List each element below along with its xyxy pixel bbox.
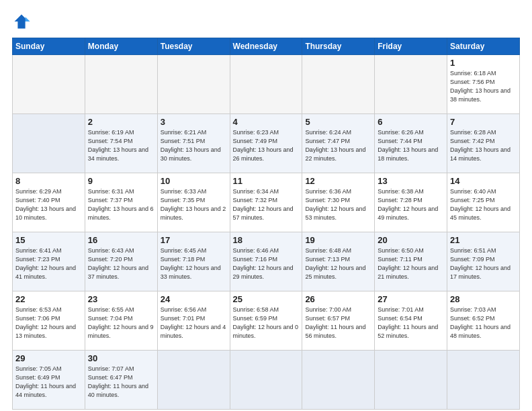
day-number: 7: [450, 117, 517, 127]
col-saturday: Saturday: [447, 38, 520, 55]
calendar-cell: [447, 351, 520, 410]
day-info: Sunrise: 6:53 AMSunset: 7:06 PMDaylight:…: [15, 306, 82, 340]
col-monday: Monday: [85, 38, 157, 55]
calendar-cell: 28Sunrise: 7:03 AMSunset: 6:52 PMDayligh…: [447, 291, 520, 351]
day-number: 2: [88, 117, 154, 127]
calendar-week-2: 2Sunrise: 6:19 AMSunset: 7:54 PMDaylight…: [13, 114, 520, 173]
calendar-cell: [157, 351, 230, 410]
day-number: 3: [161, 117, 227, 127]
calendar-cell: 4Sunrise: 6:23 AMSunset: 7:49 PMDaylight…: [230, 114, 302, 173]
calendar-cell: 1Sunrise: 6:18 AMSunset: 7:56 PMDaylight…: [447, 55, 520, 114]
day-info: Sunrise: 7:05 AMSunset: 6:49 PMDaylight:…: [15, 365, 82, 400]
calendar-cell: 24Sunrise: 6:56 AMSunset: 7:01 PMDayligh…: [157, 291, 230, 351]
calendar-cell: [375, 55, 447, 114]
calendar-table: Sunday Monday Tuesday Wednesday Thursday…: [12, 38, 520, 410]
day-number: 21: [450, 235, 517, 245]
calendar-cell: 16Sunrise: 6:43 AMSunset: 7:20 PMDayligh…: [85, 232, 157, 291]
day-info: Sunrise: 6:28 AMSunset: 7:42 PMDaylight:…: [450, 128, 517, 163]
day-info: Sunrise: 6:23 AMSunset: 7:49 PMDaylight:…: [233, 128, 300, 163]
day-info: Sunrise: 6:33 AMSunset: 7:35 PMDaylight:…: [161, 187, 227, 222]
day-number: 25: [233, 294, 300, 304]
day-number: 6: [378, 117, 444, 127]
day-number: 22: [15, 294, 82, 304]
col-friday: Friday: [375, 38, 447, 55]
day-number: 27: [378, 294, 444, 304]
calendar-cell: [13, 55, 85, 114]
day-info: Sunrise: 6:56 AMSunset: 7:01 PMDaylight:…: [161, 306, 227, 340]
day-number: 13: [378, 176, 444, 186]
day-number: 19: [305, 235, 371, 245]
day-number: 17: [161, 235, 227, 245]
calendar-cell: 9Sunrise: 6:31 AMSunset: 7:37 PMDaylight…: [85, 173, 157, 232]
calendar-cell: 22Sunrise: 6:53 AMSunset: 7:06 PMDayligh…: [13, 291, 85, 351]
day-info: Sunrise: 6:31 AMSunset: 7:37 PMDaylight:…: [88, 187, 154, 222]
calendar-cell: 30Sunrise: 7:07 AMSunset: 6:47 PMDayligh…: [85, 351, 157, 410]
day-number: 16: [88, 235, 154, 245]
calendar-header-row: Sunday Monday Tuesday Wednesday Thursday…: [13, 38, 520, 55]
calendar-cell: [230, 351, 302, 410]
calendar-cell: [302, 55, 375, 114]
calendar-cell: 17Sunrise: 6:45 AMSunset: 7:18 PMDayligh…: [157, 232, 230, 291]
day-number: 30: [88, 353, 154, 363]
day-info: Sunrise: 6:50 AMSunset: 7:11 PMDaylight:…: [378, 246, 444, 281]
day-info: Sunrise: 6:58 AMSunset: 6:59 PMDaylight:…: [233, 306, 300, 340]
day-info: Sunrise: 6:48 AMSunset: 7:13 PMDaylight:…: [305, 246, 371, 281]
day-number: 20: [378, 235, 444, 245]
col-tuesday: Tuesday: [157, 38, 230, 55]
day-number: 14: [450, 176, 517, 186]
calendar-cell: 29Sunrise: 7:05 AMSunset: 6:49 PMDayligh…: [13, 351, 85, 410]
calendar-cell: 2Sunrise: 6:19 AMSunset: 7:54 PMDaylight…: [85, 114, 157, 173]
day-number: 28: [450, 294, 517, 304]
day-number: 9: [88, 176, 154, 186]
page: Sunday Monday Tuesday Wednesday Thursday…: [0, 0, 532, 411]
calendar-cell: 26Sunrise: 7:00 AMSunset: 6:57 PMDayligh…: [302, 291, 375, 351]
day-info: Sunrise: 6:34 AMSunset: 7:32 PMDaylight:…: [233, 187, 300, 222]
day-number: 1: [450, 58, 517, 68]
calendar-cell: 21Sunrise: 6:51 AMSunset: 7:09 PMDayligh…: [447, 232, 520, 291]
svg-marker-1: [26, 17, 30, 21]
day-number: 8: [15, 176, 82, 186]
col-thursday: Thursday: [302, 38, 375, 55]
calendar-cell: [375, 351, 447, 410]
calendar-cell: 3Sunrise: 6:21 AMSunset: 7:51 PMDaylight…: [157, 114, 230, 173]
day-info: Sunrise: 7:01 AMSunset: 6:54 PMDaylight:…: [378, 306, 444, 340]
calendar-week-4: 15Sunrise: 6:41 AMSunset: 7:23 PMDayligh…: [13, 232, 520, 291]
calendar-cell: [230, 55, 302, 114]
calendar-cell: 20Sunrise: 6:50 AMSunset: 7:11 PMDayligh…: [375, 232, 447, 291]
col-wednesday: Wednesday: [230, 38, 302, 55]
day-info: Sunrise: 6:55 AMSunset: 7:04 PMDaylight:…: [88, 306, 154, 340]
calendar-week-6: 29Sunrise: 7:05 AMSunset: 6:49 PMDayligh…: [13, 351, 520, 410]
logo-icon: [12, 12, 31, 31]
day-number: 15: [15, 235, 82, 245]
day-info: Sunrise: 6:41 AMSunset: 7:23 PMDaylight:…: [15, 246, 82, 281]
calendar-cell: [302, 351, 375, 410]
day-info: Sunrise: 7:07 AMSunset: 6:47 PMDaylight:…: [88, 365, 154, 400]
day-number: 23: [88, 294, 154, 304]
day-number: 12: [305, 176, 371, 186]
day-info: Sunrise: 7:03 AMSunset: 6:52 PMDaylight:…: [450, 306, 517, 340]
day-info: Sunrise: 6:43 AMSunset: 7:20 PMDaylight:…: [88, 246, 154, 281]
calendar-cell: 6Sunrise: 6:26 AMSunset: 7:44 PMDaylight…: [375, 114, 447, 173]
calendar-cell: 18Sunrise: 6:46 AMSunset: 7:16 PMDayligh…: [230, 232, 302, 291]
day-info: Sunrise: 6:36 AMSunset: 7:30 PMDaylight:…: [305, 187, 371, 222]
calendar-cell: 23Sunrise: 6:55 AMSunset: 7:04 PMDayligh…: [85, 291, 157, 351]
header: [12, 12, 520, 31]
day-number: 4: [233, 117, 300, 127]
calendar-week-5: 22Sunrise: 6:53 AMSunset: 7:06 PMDayligh…: [13, 291, 520, 351]
day-number: 18: [233, 235, 300, 245]
calendar-cell: 13Sunrise: 6:38 AMSunset: 7:28 PMDayligh…: [375, 173, 447, 232]
calendar-cell: [157, 55, 230, 114]
calendar-cell: 7Sunrise: 6:28 AMSunset: 7:42 PMDaylight…: [447, 114, 520, 173]
calendar-cell: 10Sunrise: 6:33 AMSunset: 7:35 PMDayligh…: [157, 173, 230, 232]
col-sunday: Sunday: [13, 38, 85, 55]
calendar-cell: 15Sunrise: 6:41 AMSunset: 7:23 PMDayligh…: [13, 232, 85, 291]
calendar-cell: 11Sunrise: 6:34 AMSunset: 7:32 PMDayligh…: [230, 173, 302, 232]
calendar-cell: [13, 114, 85, 173]
day-number: 10: [161, 176, 227, 186]
calendar-cell: 5Sunrise: 6:24 AMSunset: 7:47 PMDaylight…: [302, 114, 375, 173]
day-info: Sunrise: 7:00 AMSunset: 6:57 PMDaylight:…: [305, 306, 371, 340]
day-info: Sunrise: 6:45 AMSunset: 7:18 PMDaylight:…: [161, 246, 227, 281]
day-info: Sunrise: 6:21 AMSunset: 7:51 PMDaylight:…: [161, 128, 227, 163]
day-info: Sunrise: 6:46 AMSunset: 7:16 PMDaylight:…: [233, 246, 300, 281]
calendar-cell: 27Sunrise: 7:01 AMSunset: 6:54 PMDayligh…: [375, 291, 447, 351]
